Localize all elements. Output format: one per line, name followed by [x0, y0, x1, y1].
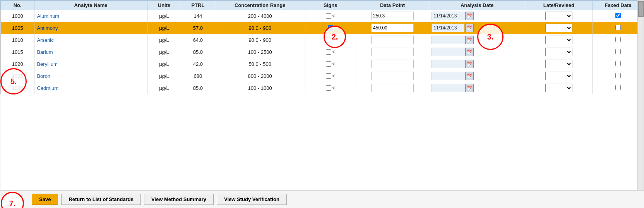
- table-row: 1020Berylliumµg/L42.050.0 - 500<📅LateRev…: [1, 58, 644, 70]
- datapoint-input-1[interactable]: [371, 24, 414, 32]
- date-field-2[interactable]: [432, 36, 464, 44]
- calendar-button-0[interactable]: 📅: [465, 12, 474, 20]
- vertical-scrollbar[interactable]: [637, 0, 644, 190]
- table-row: 1010Arsenicµg/L64.090.0 - 900<📅LateRevis…: [1, 34, 644, 46]
- late-select-4[interactable]: LateRevisedLate/Revised: [545, 60, 572, 68]
- calendar-button-3[interactable]: 📅: [465, 48, 474, 56]
- signs-cell-6: <: [308, 85, 353, 91]
- date-input-cell-3: 📅: [432, 48, 522, 56]
- analyte-link-1[interactable]: Antimony: [37, 25, 58, 31]
- return-to-list-button[interactable]: Return to List of Standards: [61, 194, 141, 205]
- datapoint-input-5[interactable]: [371, 72, 414, 80]
- save-button[interactable]: Save: [32, 194, 58, 205]
- faxed-checkbox-3[interactable]: [615, 49, 621, 54]
- cell-no-2: 1010: [1, 34, 34, 46]
- analyte-link-6[interactable]: Cadmium: [37, 85, 58, 91]
- cell-ptrl-3: 85.0: [181, 46, 215, 58]
- cell-name-6: Cadmium: [34, 82, 147, 94]
- signs-checkbox-2[interactable]: [326, 37, 331, 43]
- analyte-link-3[interactable]: Barium: [37, 49, 53, 55]
- cell-units-3: µg/L: [147, 46, 181, 58]
- late-select-6[interactable]: LateRevisedLate/Revised: [545, 84, 572, 92]
- date-input-cell-4: 📅: [432, 60, 522, 68]
- cell-no-5: 1025: [1, 70, 34, 82]
- signs-checkbox-0[interactable]: [326, 13, 331, 19]
- late-select-5[interactable]: LateRevisedLate/Revised: [545, 72, 572, 80]
- analyte-link-2[interactable]: Arsenic: [37, 37, 53, 43]
- date-field-1[interactable]: [432, 24, 464, 32]
- col-header-faxed: Faxed Data: [593, 1, 643, 10]
- cell-faxed-2: [593, 34, 643, 46]
- cell-conc-4: 50.0 - 500: [215, 58, 305, 70]
- datapoint-input-3[interactable]: [371, 48, 414, 56]
- faxed-checkbox-6[interactable]: [615, 85, 621, 90]
- cell-datapoint-2: [356, 34, 429, 46]
- cell-units-2: µg/L: [147, 34, 181, 46]
- cell-conc-1: 90.0 - 900: [215, 22, 305, 34]
- signs-cell-0: <: [308, 13, 353, 19]
- date-input-cell-6: 📅: [432, 84, 522, 92]
- calendar-button-1[interactable]: 📅: [465, 24, 474, 32]
- cell-units-4: µg/L: [147, 58, 181, 70]
- analyte-link-5[interactable]: Boron: [37, 73, 50, 79]
- late-select-3[interactable]: LateRevisedLate/Revised: [545, 48, 572, 56]
- datapoint-input-6[interactable]: [371, 84, 414, 92]
- cell-late-1: LateRevisedLate/Revised: [525, 22, 593, 34]
- cell-faxed-5: [593, 70, 643, 82]
- cell-analysis-6: 📅: [429, 82, 525, 94]
- date-input-cell-0: 📅: [432, 12, 522, 20]
- view-method-summary-button[interactable]: View Method Summary: [144, 194, 214, 205]
- cell-no-4: 1020: [1, 58, 34, 70]
- cell-analysis-0: 📅: [429, 10, 525, 22]
- col-header-ptrl: PTRL: [181, 1, 215, 10]
- annotation-7: 7.: [1, 192, 24, 208]
- table-row: 1025Boronµg/L680800 - 2000<📅LateRevisedL…: [1, 70, 644, 82]
- col-header-name: Analyte Name: [34, 1, 147, 10]
- calendar-button-2[interactable]: 📅: [465, 36, 474, 44]
- cell-name-4: Beryllium: [34, 58, 147, 70]
- datapoint-input-0[interactable]: [371, 12, 414, 20]
- col-header-units: Units: [147, 1, 181, 10]
- datapoint-input-4[interactable]: [371, 60, 414, 68]
- calendar-button-6[interactable]: 📅: [465, 84, 474, 92]
- calendar-button-5[interactable]: 📅: [465, 72, 474, 80]
- cell-late-0: LateRevisedLate/Revised: [525, 10, 593, 22]
- date-field-3[interactable]: [432, 48, 464, 56]
- cell-name-5: Boron: [34, 70, 147, 82]
- date-field-4[interactable]: [432, 60, 464, 68]
- faxed-checkbox-2[interactable]: [615, 37, 621, 42]
- signs-checkbox-5[interactable]: [326, 73, 331, 79]
- signs-checkbox-4[interactable]: [326, 61, 331, 67]
- analyte-link-4[interactable]: Beryllium: [37, 61, 57, 67]
- col-header-no: No.: [1, 1, 34, 10]
- date-field-6[interactable]: [432, 84, 464, 92]
- analyte-link-0[interactable]: Aluminum: [37, 13, 59, 19]
- cell-ptrl-6: 85.0: [181, 82, 215, 94]
- date-field-0[interactable]: [432, 12, 464, 20]
- cell-conc-6: 100 - 1000: [215, 82, 305, 94]
- cell-signs-6: <: [305, 82, 356, 94]
- late-select-2[interactable]: LateRevisedLate/Revised: [545, 36, 572, 44]
- table-header-row: No. Analyte Name Units PTRL Concentratio…: [1, 1, 644, 10]
- faxed-checkbox-4[interactable]: [615, 61, 621, 66]
- date-field-5[interactable]: [432, 72, 464, 80]
- faxed-checkbox-1[interactable]: [615, 25, 621, 30]
- faxed-checkbox-5[interactable]: [615, 73, 621, 78]
- late-select-0[interactable]: LateRevisedLate/Revised: [545, 12, 572, 20]
- date-input-cell-1: 📅: [432, 24, 522, 32]
- scrollbar-thumb[interactable]: [638, 1, 644, 17]
- cell-no-0: 1000: [1, 10, 34, 22]
- view-study-verification-button[interactable]: View Study Verification: [217, 194, 287, 205]
- cell-late-6: LateRevisedLate/Revised: [525, 82, 593, 94]
- cell-signs-4: <: [305, 58, 356, 70]
- cell-faxed-1: [593, 22, 643, 34]
- signs-checkbox-6[interactable]: [326, 85, 331, 91]
- cell-conc-3: 100 - 2500: [215, 46, 305, 58]
- signs-checkbox-1[interactable]: [328, 25, 333, 31]
- late-select-1[interactable]: LateRevisedLate/Revised: [545, 24, 572, 32]
- calendar-button-4[interactable]: 📅: [465, 60, 474, 68]
- cell-ptrl-0: 144: [181, 10, 215, 22]
- faxed-checkbox-0[interactable]: [615, 13, 621, 18]
- datapoint-input-2[interactable]: [371, 36, 414, 44]
- signs-checkbox-3[interactable]: [326, 49, 331, 55]
